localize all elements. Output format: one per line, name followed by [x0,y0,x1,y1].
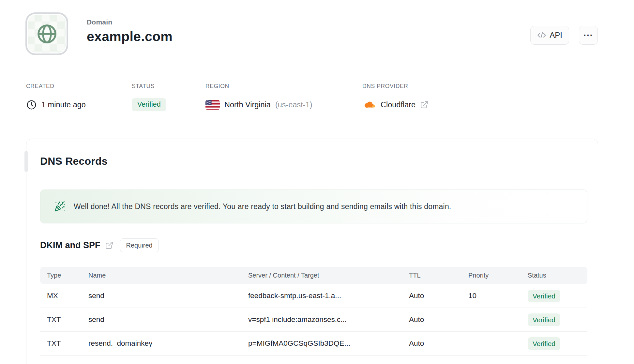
cell-value: p=MIGfMA0GCSqGSIb3DQE... [248,339,409,348]
title-block: Domain example.com [87,18,173,44]
page-title: example.com [87,29,173,44]
dns-provider-label: DNS PROVIDER [362,83,429,90]
domain-avatar [25,12,68,55]
table-header-row: Type Name Server / Content / Target TTL … [40,267,587,284]
dkim-spf-title: DKIM and SPF [40,240,113,250]
success-banner-message: Well done! All the DNS records are verif… [74,202,451,211]
ellipsis-icon: ··· [584,30,593,40]
col-header-value: Server / Content / Target [248,272,409,279]
created-label: CREATED [26,83,86,90]
cell-name: send [88,292,248,300]
col-header-ttl: TTL [409,272,468,279]
dns-provider-value: Cloudflare [381,100,415,109]
dkim-spf-section-header: DKIM and SPF Required [40,238,159,252]
party-popper-icon [54,201,65,212]
cell-ttl: Auto [409,339,468,348]
meta-created: CREATED 1 minute ago [26,83,86,112]
success-banner: Well done! All the DNS records are verif… [40,190,587,223]
dns-records-card: DNS Records Well done! All the DNS recor… [26,139,598,364]
required-badge: Required [120,238,159,252]
cell-type: TXT [47,315,88,324]
table-row[interactable]: TXT resend._domainkey p=MIGfMA0GCSqGSIb3… [40,332,587,356]
col-header-priority: Priority [468,272,528,279]
cell-name: resend._domainkey [88,339,248,348]
cell-status: Verified [528,313,587,326]
cell-type: MX [47,292,88,300]
col-header-status: Status [528,272,587,279]
cell-name: send [88,315,248,324]
clock-icon [26,99,37,110]
external-link-icon[interactable] [420,100,429,109]
table-row[interactable]: TXT send v=spf1 include:amazonses.c... A… [40,308,587,332]
code-icon [537,31,546,40]
meta-dns-provider: DNS PROVIDER Cloudflare [362,83,429,112]
col-header-type: Type [47,272,88,279]
cell-value: feedback-smtp.us-east-1.a... [248,292,409,300]
us-flag-icon [205,100,220,110]
meta-status: STATUS Verified [132,83,166,112]
header-actions: API ··· [530,26,598,45]
entity-type-label: Domain [87,18,173,26]
cell-type: TXT [47,339,88,348]
globe-icon [36,23,58,45]
api-button-label: API [550,31,562,40]
cell-ttl: Auto [409,292,468,300]
region-label: REGION [205,83,312,90]
external-link-icon[interactable] [105,241,113,250]
status-badge: Verified [132,98,166,111]
domain-detail-page: Domain example.com API ··· CREATED [0,0,634,364]
card-grip-handle [24,151,28,172]
row-status-badge: Verified [528,290,560,302]
col-header-name: Name [88,272,248,279]
region-code: (us-east-1) [275,100,312,109]
cell-status: Verified [528,337,587,350]
dkim-spf-title-text: DKIM and SPF [40,240,100,250]
cell-priority: 10 [468,292,528,300]
created-value: 1 minute ago [41,100,86,109]
cloudflare-icon [362,101,376,109]
dns-records-title: DNS Records [40,155,108,167]
cell-value: v=spf1 include:amazonses.c... [248,315,409,324]
row-status-badge: Verified [528,313,560,326]
cell-status: Verified [528,290,587,302]
cell-ttl: Auto [409,315,468,324]
more-options-button[interactable]: ··· [579,26,598,45]
region-value: North Virginia [224,100,271,109]
row-status-badge: Verified [528,337,560,350]
api-button[interactable]: API [530,26,569,45]
table-row[interactable]: MX send feedback-smtp.us-east-1.a... Aut… [40,284,587,308]
dns-records-table: Type Name Server / Content / Target TTL … [40,267,587,356]
status-label: STATUS [132,83,166,90]
meta-region: REGION [205,83,312,112]
